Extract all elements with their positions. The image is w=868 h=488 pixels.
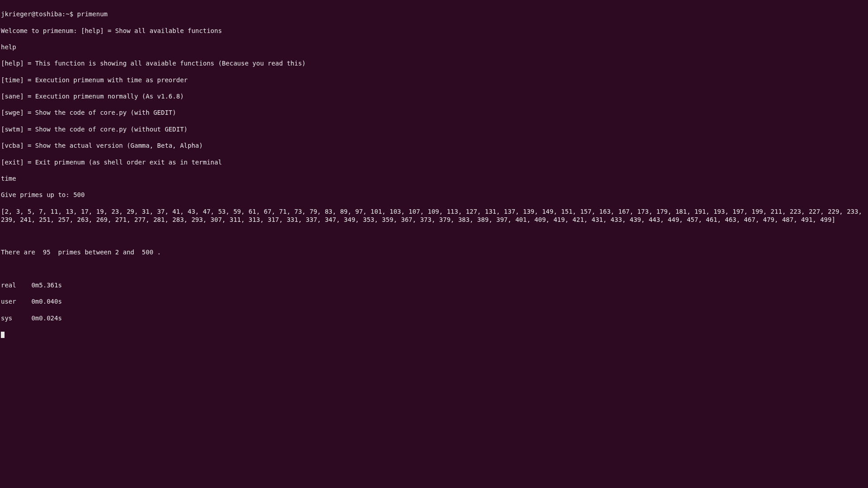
primes-list-line: [2, 3, 5, 7, 11, 13, 17, 19, 23, 29, 31,… [1, 207, 867, 224]
prompt-user-host: jkrieger@toshiba [1, 10, 62, 18]
welcome-line: Welcome to primenum: [help] = Show all a… [1, 27, 867, 35]
help-line-3: [swge] = Show the code of core.py (with … [1, 108, 867, 117]
help-line-5: [vcba] = Show the actual version (Gamma,… [1, 141, 867, 150]
timing-sys-line: sys 0m0.024s [1, 314, 867, 322]
primes-count-line: There are 95 primes between 2 and 500 . [1, 248, 867, 256]
help-line-2: [sane] = Execution primenum normally (As… [1, 92, 867, 100]
time-command-line: time [1, 174, 867, 183]
blank-line [1, 232, 867, 240]
blank-line [1, 265, 867, 273]
cursor-line [1, 330, 867, 338]
help-line-4: [swtm] = Show the code of core.py (witho… [1, 125, 867, 133]
terminal-output[interactable]: jkrieger@toshiba:~$ primenum Welcome to … [1, 2, 867, 347]
cursor-block-icon [1, 332, 5, 338]
entered-command: primenum [77, 10, 108, 18]
give-primes-line: Give primes up to: 500 [1, 191, 867, 199]
prompt-path: :~$ [62, 10, 77, 18]
timing-user-line: user 0m0.040s [1, 297, 867, 305]
timing-real-line: real 0m5.361s [1, 281, 867, 289]
help-line-6: [exit] = Exit primenum (as shell order e… [1, 158, 867, 166]
help-line-1: [time] = Execution primenum with time as… [1, 76, 867, 84]
help-line-0: [help] = This function is showing all av… [1, 59, 867, 67]
prompt-line: jkrieger@toshiba:~$ primenum [1, 10, 867, 18]
help-command-line: help [1, 43, 867, 51]
